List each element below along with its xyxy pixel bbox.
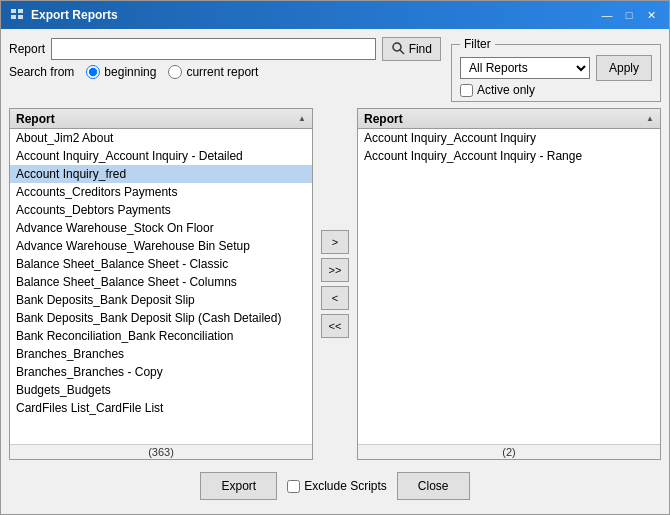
list-item[interactable]: Accounts_Creditors Payments [10,183,312,201]
bottom-bar: Export Exclude Scripts Close [9,466,661,506]
main-window: Export Reports — □ ✕ Report [0,0,670,515]
title-controls: — □ ✕ [597,6,661,24]
window-close-button[interactable]: ✕ [641,6,661,24]
list-item[interactable]: Advance Warehouse_Warehouse Bin Setup [10,237,312,255]
list-item[interactable]: Advance Warehouse_Stock On Floor [10,219,312,237]
list-item[interactable]: Account Inquiry_Account Inquiry - Detail… [10,147,312,165]
left-list-header-text: Report [16,112,55,126]
svg-rect-2 [11,15,16,19]
search-from-label: Search from [9,65,74,79]
close-button[interactable]: Close [397,472,470,500]
report-row: Report Find [9,37,441,61]
remove-all-button[interactable]: << [321,314,349,338]
right-list-footer: (2) [358,444,660,459]
list-item[interactable]: Branches_Branches - Copy [10,363,312,381]
right-scroll-arrow: ▲ [646,114,654,123]
svg-rect-1 [18,9,23,13]
list-item[interactable]: Accounts_Debtors Payments [10,201,312,219]
list-item[interactable]: Budgets_Budgets [10,381,312,399]
find-button[interactable]: Find [382,37,441,61]
find-icon [391,41,405,58]
top-section: Report Find Search from [9,37,661,102]
list-item[interactable]: Account Inquiry_fred [10,165,312,183]
title-bar-left: Export Reports [9,7,118,23]
left-list-footer: (363) [10,444,312,459]
report-input[interactable] [51,38,376,60]
maximize-button[interactable]: □ [619,6,639,24]
left-list-header: Report ▲ [10,109,312,129]
list-item[interactable]: Account Inquiry_Account Inquiry - Range [358,147,660,165]
apply-button[interactable]: Apply [596,55,652,81]
list-item[interactable]: Bank Deposits_Bank Deposit Slip [10,291,312,309]
report-label: Report [9,42,45,56]
list-item[interactable]: Bank Reconciliation_Bank Reconciliation [10,327,312,345]
svg-point-4 [393,43,401,51]
title-bar: Export Reports — □ ✕ [1,1,669,29]
window-title: Export Reports [31,8,118,22]
active-only-label: Active only [477,83,535,97]
svg-line-5 [400,50,404,54]
list-item[interactable]: About_Jim2 About [10,129,312,147]
main-section: Report ▲ About_Jim2 About Account Inquir… [9,108,661,460]
active-only-checkbox[interactable] [460,84,473,97]
minimize-button[interactable]: — [597,6,617,24]
filter-row: All Reports Active Only Apply [460,55,652,81]
filter-area: Filter All Reports Active Only Apply Act… [451,37,661,102]
left-scroll-arrow: ▲ [298,114,306,123]
list-item[interactable]: Bank Deposits_Bank Deposit Slip (Cash De… [10,309,312,327]
add-all-button[interactable]: >> [321,258,349,282]
content-area: Report Find Search from [1,29,669,514]
export-button[interactable]: Export [200,472,277,500]
list-item[interactable]: Account Inquiry_Account Inquiry [358,129,660,147]
search-area: Report Find Search from [9,37,441,102]
filter-fieldset: Filter All Reports Active Only Apply Act… [451,37,661,102]
right-list-panel: Report ▲ Account Inquiry_Account Inquiry… [357,108,661,460]
remove-button[interactable]: < [321,286,349,310]
radio-beginning[interactable]: beginning [86,65,156,79]
search-from-row: Search from beginning current report [9,65,441,79]
exclude-scripts-row[interactable]: Exclude Scripts [287,479,387,493]
right-list-header: Report ▲ [358,109,660,129]
active-only-row: Active only [460,83,652,97]
filter-select[interactable]: All Reports Active Only [460,57,590,79]
window-icon [9,7,25,23]
radio-current-label: current report [186,65,258,79]
move-buttons-area: > >> < << [319,108,351,460]
radio-current-input[interactable] [168,65,182,79]
exclude-scripts-checkbox[interactable] [287,480,300,493]
radio-beginning-input[interactable] [86,65,100,79]
find-label: Find [409,42,432,56]
list-item[interactable]: CardFiles List_CardFile List [10,399,312,417]
list-item[interactable]: Balance Sheet_Balance Sheet - Columns [10,273,312,291]
add-button[interactable]: > [321,230,349,254]
filter-legend: Filter [460,37,495,51]
left-list-body[interactable]: About_Jim2 About Account Inquiry_Account… [10,129,312,444]
exclude-scripts-label: Exclude Scripts [304,479,387,493]
right-list-header-text: Report [364,112,403,126]
radio-current[interactable]: current report [168,65,258,79]
list-item[interactable]: Balance Sheet_Balance Sheet - Classic [10,255,312,273]
list-item[interactable]: Branches_Branches [10,345,312,363]
right-list-body[interactable]: Account Inquiry_Account Inquiry Account … [358,129,660,444]
svg-rect-0 [11,9,16,13]
radio-beginning-label: beginning [104,65,156,79]
svg-rect-3 [18,15,23,19]
left-list-panel: Report ▲ About_Jim2 About Account Inquir… [9,108,313,460]
